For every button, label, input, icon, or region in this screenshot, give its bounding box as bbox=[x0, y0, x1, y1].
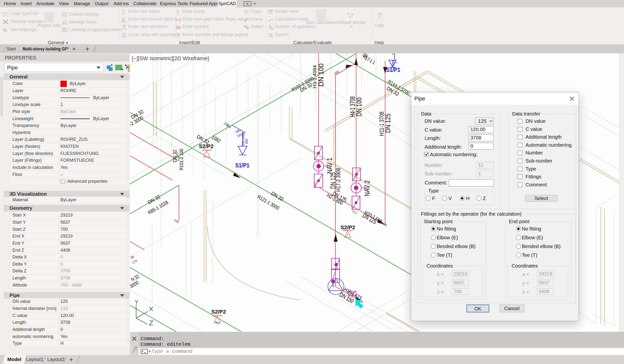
svg-text:H17-2 3908: H17-2 3908 bbox=[335, 168, 341, 192]
svg-text:DN 100: DN 100 bbox=[355, 97, 363, 117]
svg-text:Ø50: Ø50 bbox=[176, 152, 179, 158]
svg-text:486: 486 bbox=[332, 282, 335, 288]
svg-text:DN: DN bbox=[63, 28, 66, 30]
svg-text:278: 278 bbox=[131, 259, 138, 265]
svg-text:R101-2 100: R101-2 100 bbox=[179, 149, 184, 170]
svg-text:DN 100: DN 100 bbox=[317, 64, 325, 87]
svg-text:H11-1 3708: H11-1 3708 bbox=[379, 112, 385, 136]
svg-text:768N: 768N bbox=[391, 60, 395, 68]
svg-text:NAV 1: NAV 1 bbox=[325, 158, 334, 174]
svg-text:288: 288 bbox=[173, 218, 179, 224]
svg-text:R: R bbox=[122, 18, 124, 21]
svg-text:423: 423 bbox=[313, 182, 317, 187]
svg-text:S2/P2: S2/P2 bbox=[211, 309, 226, 315]
svg-text:S1/P1: S1/P1 bbox=[235, 162, 249, 169]
svg-text:488: 488 bbox=[333, 70, 339, 75]
svg-text:H3-1 4094: H3-1 4094 bbox=[312, 65, 317, 88]
svg-text:26: 26 bbox=[130, 255, 134, 260]
svg-text:?: ? bbox=[377, 11, 382, 20]
svg-text:DN 125: DN 125 bbox=[384, 114, 392, 133]
svg-text:250: 250 bbox=[245, 139, 248, 144]
svg-text:485: 485 bbox=[381, 221, 388, 227]
svg-text:DN 32: DN 32 bbox=[270, 191, 285, 202]
svg-text:1082: 1082 bbox=[211, 134, 222, 144]
svg-text:422: 422 bbox=[351, 209, 358, 215]
svg-text:3000: 3000 bbox=[130, 280, 139, 289]
svg-text:HZ: HZ bbox=[122, 12, 125, 15]
svg-text:H17-1 1: H17-1 1 bbox=[362, 54, 376, 65]
svg-text:2: 2 bbox=[394, 62, 398, 63]
svg-text:NAV 2: NAV 2 bbox=[363, 180, 371, 196]
svg-text:S2/P2: S2/P2 bbox=[340, 224, 355, 230]
svg-text:DN 2066: DN 2066 bbox=[241, 133, 245, 145]
